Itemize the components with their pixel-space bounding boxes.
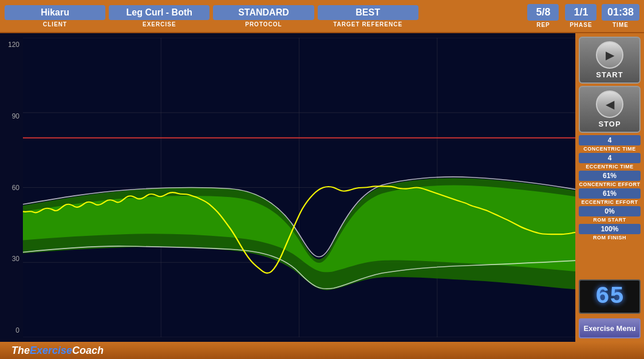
eccentric-time-value: 4: [579, 153, 641, 163]
rom-start-value: 0%: [579, 206, 641, 216]
big-display: 65: [579, 279, 641, 314]
phase-value: 1/1: [565, 4, 596, 21]
performance-chart: [23, 38, 575, 337]
target-field: BEST TARGET REFERENCE: [318, 5, 418, 27]
logo-the: The: [11, 345, 30, 356]
eccentric-time-row: 4 ECCENTRIC TIME: [579, 153, 641, 169]
rom-finish-label: ROM FINISH: [593, 235, 626, 240]
client-value: Hikaru: [5, 5, 105, 20]
protocol-field: STANDARD PROTOCOL: [213, 5, 314, 27]
start-icon: ▶: [596, 41, 623, 69]
target-label: TARGET REFERENCE: [333, 21, 402, 27]
start-button[interactable]: ▶ START: [579, 37, 641, 84]
y-label-0: 0: [1, 326, 19, 334]
rom-finish-row: 100% ROM FINISH: [579, 224, 641, 240]
footer: TheExerciseCoach: [0, 342, 644, 359]
rom-start-label: ROM START: [593, 217, 626, 223]
start-label: START: [596, 70, 623, 79]
chart-area: 120 90 60 30 0: [0, 33, 575, 342]
exercise-label: EXERCISE: [143, 21, 176, 27]
target-value: BEST: [318, 5, 418, 20]
stop-label: STOP: [598, 120, 621, 128]
y-label-90: 90: [1, 112, 19, 120]
rom-finish-value: 100%: [579, 224, 641, 234]
chart-wrapper: 120 90 60 30 0: [23, 38, 575, 337]
exercise-field: Leg Curl - Both EXERCISE: [109, 5, 210, 27]
header-bar: Hikaru CLIENT Leg Curl - Both EXERCISE S…: [0, 0, 644, 33]
exercise-value: Leg Curl - Both: [109, 5, 210, 20]
rep-value: 5/8: [527, 4, 559, 21]
eccentric-effort-label: ECCENTRIC EFFORT: [582, 199, 638, 205]
content-area: 120 90 60 30 0 ▶ START ◀ STOP: [0, 33, 644, 342]
y-label-60: 60: [1, 184, 19, 192]
stop-button[interactable]: ◀ STOP: [579, 86, 641, 133]
exercise-menu-button[interactable]: Exercise Menu: [579, 318, 641, 338]
right-panel: ▶ START ◀ STOP 4 CONCENTRIC TIME 4 ECCEN…: [575, 33, 644, 342]
rom-start-row: 0% ROM START: [579, 206, 641, 223]
rep-stat: 5/8 REP: [526, 4, 560, 28]
concentric-effort-value: 61%: [579, 171, 641, 181]
protocol-value: STANDARD: [213, 5, 314, 20]
footer-logo: TheExerciseCoach: [11, 345, 104, 357]
concentric-time-value: 4: [579, 135, 641, 145]
concentric-effort-label: CONCENTRIC EFFORT: [579, 182, 641, 187]
logo-exercise: Exercise: [30, 345, 72, 356]
concentric-effort-row: 61% CONCENTRIC EFFORT: [579, 171, 641, 187]
y-label-120: 120: [1, 41, 19, 49]
logo-coach: Coach: [72, 345, 104, 356]
protocol-label: PROTOCOL: [245, 21, 282, 27]
eccentric-effort-row: 61% ECCENTRIC EFFORT: [579, 188, 641, 205]
stats-grid: 4 CONCENTRIC TIME 4 ECCENTRIC TIME 61% C…: [579, 135, 641, 275]
rep-label: REP: [536, 22, 550, 28]
time-label: TIME: [613, 22, 629, 28]
client-label: CLIENT: [43, 21, 67, 27]
client-field: Hikaru CLIENT: [5, 5, 105, 27]
phase-label: PHASE: [570, 22, 592, 28]
y-label-30: 30: [1, 255, 19, 263]
stop-icon: ◀: [596, 90, 623, 118]
concentric-time-label: CONCENTRIC TIME: [583, 146, 636, 152]
phase-stat: 1/1 PHASE: [564, 4, 598, 28]
time-value: 01:38: [602, 4, 639, 21]
big-number: 65: [595, 283, 624, 310]
eccentric-effort-value: 61%: [579, 188, 641, 199]
time-stat: 01:38 TIME: [602, 4, 639, 28]
eccentric-time-label: ECCENTRIC TIME: [586, 164, 634, 169]
concentric-time-row: 4 CONCENTRIC TIME: [579, 135, 641, 152]
